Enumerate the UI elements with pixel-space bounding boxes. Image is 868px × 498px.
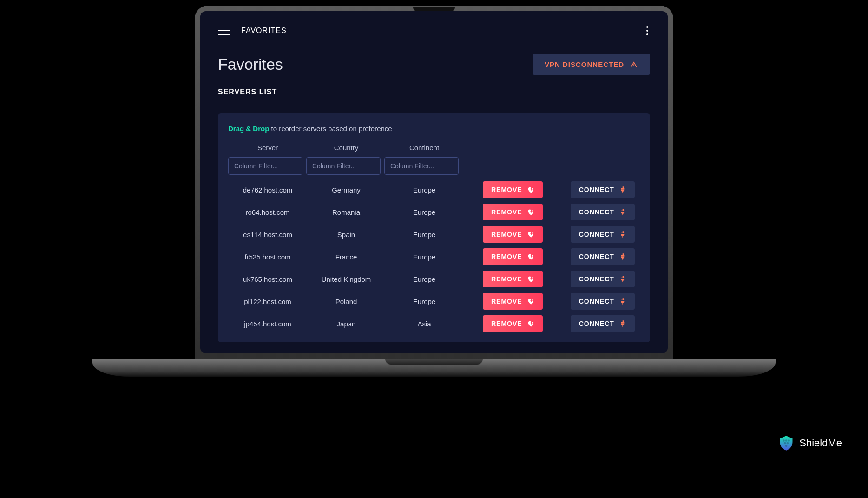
remove-button[interactable]: REMOVE bbox=[483, 226, 543, 243]
cell-continent: Europe bbox=[385, 186, 463, 194]
shield-icon bbox=[778, 435, 795, 452]
cell-continent: Europe bbox=[385, 275, 463, 283]
cell-continent: Europe bbox=[385, 208, 463, 216]
row-actions: REMOVECONNECT bbox=[463, 226, 640, 243]
connect-button[interactable]: CONNECT bbox=[571, 271, 635, 287]
connect-button[interactable]: CONNECT bbox=[571, 226, 635, 243]
hamburger-menu-icon[interactable] bbox=[218, 27, 230, 35]
laptop-bezel: FAVORITES Favorites VPN DISCONNECTED SER… bbox=[195, 6, 673, 359]
plug-icon bbox=[619, 320, 626, 327]
brand-logo: ShieldMe bbox=[778, 435, 842, 452]
header-row: Favorites VPN DISCONNECTED bbox=[218, 54, 650, 75]
connect-label: CONNECT bbox=[579, 275, 614, 283]
connect-button[interactable]: CONNECT bbox=[571, 204, 635, 220]
connect-button[interactable]: CONNECT bbox=[571, 181, 635, 198]
heart-broken-icon bbox=[527, 186, 534, 193]
row-actions: REMOVECONNECT bbox=[463, 204, 640, 220]
remove-label: REMOVE bbox=[491, 253, 522, 260]
row-actions: REMOVECONNECT bbox=[463, 315, 640, 332]
remove-label: REMOVE bbox=[491, 320, 522, 327]
connect-label: CONNECT bbox=[579, 208, 614, 216]
svg-point-4 bbox=[787, 442, 789, 445]
servers-panel: Drag & Drop to reorder servers based on … bbox=[218, 113, 650, 342]
column-header-server: Server bbox=[228, 141, 307, 156]
svg-point-5 bbox=[785, 445, 788, 447]
svg-point-3 bbox=[784, 442, 786, 445]
plug-icon bbox=[619, 298, 626, 305]
filter-country-input[interactable] bbox=[306, 157, 381, 175]
more-menu-icon[interactable] bbox=[644, 24, 650, 37]
laptop-notch bbox=[413, 7, 455, 11]
table-row[interactable]: ro64.host.comRomaniaEuropeREMOVECONNECT bbox=[228, 201, 640, 223]
reorder-hint-prefix: Drag & Drop bbox=[228, 125, 269, 133]
connect-button[interactable]: CONNECT bbox=[571, 248, 635, 265]
table-row[interactable]: fr535.host.comFranceEuropeREMOVECONNECT bbox=[228, 246, 640, 268]
cell-server: jp454.host.com bbox=[228, 320, 307, 328]
heart-broken-icon bbox=[527, 253, 534, 260]
table-row[interactable]: pl122.host.comPolandEuropeREMOVECONNECT bbox=[228, 290, 640, 312]
topbar-title: FAVORITES bbox=[241, 27, 287, 35]
connect-label: CONNECT bbox=[579, 320, 614, 327]
brand-name: ShieldMe bbox=[799, 437, 842, 449]
vpn-status-text: VPN DISCONNECTED bbox=[545, 60, 624, 68]
remove-button[interactable]: REMOVE bbox=[483, 293, 543, 310]
section-label: SERVERS LIST bbox=[218, 88, 650, 100]
connect-label: CONNECT bbox=[579, 186, 614, 193]
plug-icon bbox=[619, 186, 626, 193]
plug-icon bbox=[619, 208, 626, 216]
cell-country: France bbox=[307, 253, 385, 261]
remove-button[interactable]: REMOVE bbox=[483, 181, 543, 198]
cell-country: Romania bbox=[307, 208, 385, 216]
remove-button[interactable]: REMOVE bbox=[483, 271, 543, 287]
connect-button[interactable]: CONNECT bbox=[571, 315, 635, 332]
connect-label: CONNECT bbox=[579, 231, 614, 238]
remove-button[interactable]: REMOVE bbox=[483, 204, 543, 220]
cell-server: uk765.host.com bbox=[228, 275, 307, 283]
filter-server-input[interactable] bbox=[228, 157, 302, 175]
page-title: Favorites bbox=[218, 55, 283, 73]
reorder-hint-rest: to reorder servers based on preference bbox=[269, 125, 392, 133]
warning-icon bbox=[630, 61, 638, 68]
svg-point-0 bbox=[783, 439, 785, 442]
row-actions: REMOVECONNECT bbox=[463, 181, 640, 198]
table-row[interactable]: jp454.host.comJapanAsiaREMOVECONNECT bbox=[228, 312, 640, 335]
row-actions: REMOVECONNECT bbox=[463, 293, 640, 310]
topbar-left: FAVORITES bbox=[218, 27, 287, 35]
table-body: de762.host.comGermanyEuropeREMOVECONNECT… bbox=[228, 179, 640, 335]
remove-button[interactable]: REMOVE bbox=[483, 248, 543, 265]
remove-label: REMOVE bbox=[491, 208, 522, 216]
svg-point-1 bbox=[785, 439, 788, 442]
cell-server: pl122.host.com bbox=[228, 298, 307, 305]
remove-label: REMOVE bbox=[491, 275, 522, 283]
cell-server: es114.host.com bbox=[228, 231, 307, 239]
cell-server: de762.host.com bbox=[228, 186, 307, 194]
table-row[interactable]: uk765.host.comUnited KingdomEuropeREMOVE… bbox=[228, 268, 640, 290]
heart-broken-icon bbox=[527, 320, 534, 327]
cell-country: United Kingdom bbox=[307, 275, 385, 283]
heart-broken-icon bbox=[527, 275, 534, 283]
remove-label: REMOVE bbox=[491, 231, 522, 238]
laptop-frame: FAVORITES Favorites VPN DISCONNECTED SER… bbox=[178, 6, 690, 377]
heart-broken-icon bbox=[527, 208, 534, 216]
topbar: FAVORITES bbox=[218, 24, 650, 37]
connect-label: CONNECT bbox=[579, 253, 614, 260]
laptop-base bbox=[92, 359, 776, 377]
remove-button[interactable]: REMOVE bbox=[483, 315, 543, 332]
plug-icon bbox=[619, 275, 626, 283]
plug-icon bbox=[619, 253, 626, 260]
table-row[interactable]: es114.host.comSpainEuropeREMOVECONNECT bbox=[228, 223, 640, 246]
table-row[interactable]: de762.host.comGermanyEuropeREMOVECONNECT bbox=[228, 179, 640, 201]
heart-broken-icon bbox=[527, 231, 534, 238]
cell-continent: Europe bbox=[385, 298, 463, 305]
app-screen: FAVORITES Favorites VPN DISCONNECTED SER… bbox=[200, 11, 668, 353]
cell-country: Poland bbox=[307, 298, 385, 305]
connect-button[interactable]: CONNECT bbox=[571, 293, 635, 310]
filter-continent-input[interactable] bbox=[384, 157, 459, 175]
table-header: Server Country Continent bbox=[228, 141, 640, 156]
cell-server: ro64.host.com bbox=[228, 208, 307, 216]
vpn-status-badge[interactable]: VPN DISCONNECTED bbox=[533, 54, 650, 75]
cell-continent: Europe bbox=[385, 231, 463, 239]
connect-label: CONNECT bbox=[579, 298, 614, 305]
cell-country: Germany bbox=[307, 186, 385, 194]
cell-country: Spain bbox=[307, 231, 385, 239]
